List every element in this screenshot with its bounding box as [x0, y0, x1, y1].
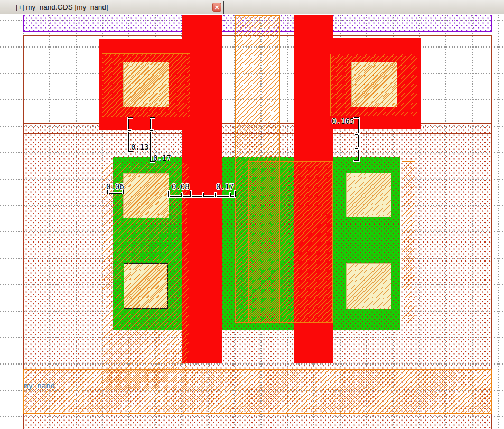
dim-0-17v-cap-top	[150, 117, 155, 118]
hatch-bottom-band[interactable]	[23, 369, 492, 414]
close-tab-icon[interactable]: ✕	[212, 3, 221, 12]
layout-viewer-window: [+] my_nand.GDS [my_nand] ✕	[0, 0, 504, 429]
dim-0-165-line	[358, 117, 359, 161]
tab-bar: [+] my_nand.GDS [my_nand] ✕	[0, 0, 504, 14]
dim-0-08-label: 0.08	[172, 183, 190, 190]
cell-name-label[interactable]: my_nand	[24, 382, 55, 389]
dim-0-17v-tick	[150, 130, 153, 131]
hatch-pad-right[interactable]	[330, 54, 417, 116]
layout-canvas[interactable]: 0.13 0.17 0.165 0.06 0.08 0.17 my_nand	[0, 15, 504, 429]
dim-0-165-tick-a	[355, 134, 358, 135]
tab-title[interactable]: [+] my_nand.GDS [my_nand]	[16, 3, 108, 11]
dim-0-13-tick	[128, 130, 131, 131]
hatch-right-column[interactable]	[402, 161, 415, 323]
dim-0-165-cap-bottom	[354, 160, 359, 161]
dim-ruler-tick-mid	[190, 191, 191, 197]
dim-0-13-cap-bottom	[128, 151, 133, 152]
tab-edge-divider	[223, 1, 224, 14]
dim-0-165-cap-top	[354, 117, 359, 118]
dim-0-13-line	[128, 117, 129, 152]
dim-ruler-end-right	[235, 191, 236, 197]
dim-0-165-label: 0.165	[332, 117, 354, 125]
dim-ruler-minor-a	[181, 193, 182, 197]
dim-0-13-label: 0.13	[131, 143, 149, 151]
dim-0-06-line	[107, 193, 124, 194]
dim-ruler-end-left	[168, 191, 169, 197]
dim-0-13-cap-top	[128, 117, 133, 118]
hatch-pad-left[interactable]	[102, 53, 190, 117]
dim-ruler-minor-c	[215, 193, 216, 197]
hatch-mid-band-wide[interactable]	[248, 161, 333, 323]
dim-0-17v-line	[150, 117, 151, 162]
contact-active-right-bottom[interactable]	[346, 263, 391, 309]
contact-active-right-top[interactable]	[346, 173, 391, 217]
dim-0-17v-label: 0.17	[153, 154, 171, 162]
dim-0-06-label: 0.06	[106, 183, 124, 190]
dim-ruler-line	[168, 196, 236, 197]
dim-ruler-minor-d	[230, 193, 231, 197]
dim-0-17h-label: 0.17	[216, 183, 234, 190]
dim-0-165-tick-b	[355, 148, 358, 149]
dim-ruler-minor-b	[203, 193, 204, 197]
